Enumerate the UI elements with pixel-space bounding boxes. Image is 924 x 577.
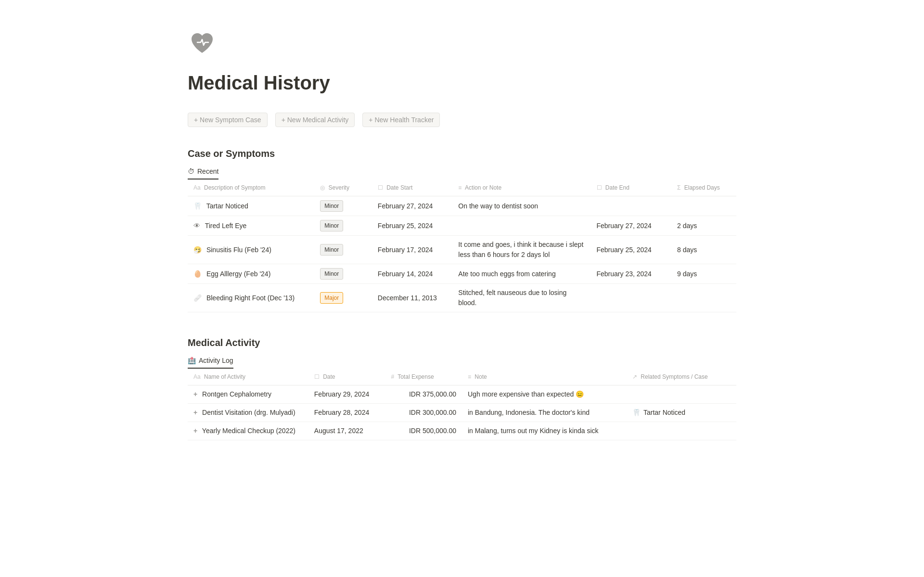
recent-tab-label: Recent xyxy=(197,167,218,177)
col-expense: # Total Expense xyxy=(385,369,462,385)
activity-date: February 28, 2024 xyxy=(308,404,385,422)
symptoms-tab[interactable]: ⏱ Recent xyxy=(188,167,218,180)
col-description: Aa Description of Symptom xyxy=(188,180,314,196)
activity-related: 🦷 Tartar Noticed xyxy=(627,404,736,422)
col-date-icon: ☐ xyxy=(314,373,320,380)
col-name-activity-icon: Aa xyxy=(193,373,201,380)
new-symptom-button[interactable]: + New Symptom Case xyxy=(188,113,268,127)
symptom-row-icon: 🤧 xyxy=(193,245,202,255)
col-date-start: ☐ Date Start xyxy=(372,180,453,196)
activity-expense: IDR 375,000.00 xyxy=(385,385,462,404)
symptom-row[interactable]: 🤧 Sinusitis Flu (Feb '24) Minor February… xyxy=(188,236,736,264)
symptoms-section: Case or Symptoms ⏱ Recent Aa Description… xyxy=(188,146,736,312)
related-case: 🦷 Tartar Noticed xyxy=(632,408,731,418)
activity-row[interactable]: + Dentist Visitation (drg. Mulyadi) Febr… xyxy=(188,404,736,422)
activity-expense: IDR 300,000.00 xyxy=(385,404,462,422)
col-name-activity: Aa Name of Activity xyxy=(188,369,308,385)
symptom-action-note: Ate too much eggs from catering xyxy=(452,264,590,284)
severity-badge: Minor xyxy=(320,268,343,280)
activity-date: February 29, 2024 xyxy=(308,385,385,404)
activity-related xyxy=(627,422,736,440)
symptom-severity: Minor xyxy=(314,216,372,236)
activity-row[interactable]: + Yearly Medical Checkup (2022) August 1… xyxy=(188,422,736,440)
activity-name-text: Dentist Visitation (drg. Mulyadi) xyxy=(202,409,295,416)
page-title: Medical History xyxy=(188,68,736,97)
symptom-description-text: Egg Alllergy (Feb '24) xyxy=(206,270,270,278)
symptom-action-note: It come and goes, i think it because i s… xyxy=(452,236,590,264)
severity-badge: Major xyxy=(320,292,343,304)
col-date-start-icon: ☐ xyxy=(378,184,383,191)
symptom-description: 🤧 Sinusitis Flu (Feb '24) xyxy=(188,236,314,264)
related-case-icon: 🦷 xyxy=(632,408,641,418)
activity-date: August 17, 2022 xyxy=(308,422,385,440)
symptom-row-icon: 🥚 xyxy=(193,269,202,279)
symptom-elapsed-days: 9 days xyxy=(671,264,736,284)
activity-name: + Rontgen Cephalometry xyxy=(188,385,308,404)
col-expense-icon: # xyxy=(391,373,394,380)
activity-name-text: Yearly Medical Checkup (2022) xyxy=(202,427,295,435)
activity-table: Aa Name of Activity ☐ Date # Total Expen… xyxy=(188,369,736,440)
symptom-date-start: February 27, 2024 xyxy=(372,196,453,216)
activity-section-title: Medical Activity xyxy=(188,335,736,350)
symptom-elapsed-days xyxy=(671,284,736,312)
col-action: ≡ Action or Note xyxy=(452,180,590,196)
symptom-row-icon: 👁 xyxy=(193,221,200,231)
action-buttons: + New Symptom Case + New Medical Activit… xyxy=(188,113,736,127)
symptom-description: 🦷 Tartar Noticed xyxy=(188,196,314,216)
symptom-description-text: Tartar Noticed xyxy=(206,202,248,210)
symptom-action-note xyxy=(452,216,590,236)
severity-badge: Minor xyxy=(320,200,343,212)
symptom-date-end xyxy=(591,196,672,216)
symptom-date-start: February 14, 2024 xyxy=(372,264,453,284)
col-date-end: ☐ Date End xyxy=(591,180,672,196)
symptom-row-icon: 🩹 xyxy=(193,293,202,303)
symptom-description: 👁 Tired Left Eye xyxy=(188,216,314,236)
activity-note: in Malang, turns out my Kidney is kinda … xyxy=(462,422,627,440)
symptom-description: 🥚 Egg Alllergy (Feb '24) xyxy=(188,264,314,284)
col-note-icon: ≡ xyxy=(468,373,471,380)
symptom-elapsed-days xyxy=(671,196,736,216)
symptom-description: 🩹 Bleeding Right Foot (Dec '13) xyxy=(188,284,314,312)
col-note: ≡ Note xyxy=(462,369,627,385)
severity-badge: Minor xyxy=(320,220,343,231)
symptom-severity: Minor xyxy=(314,264,372,284)
activity-plus-icon: + xyxy=(193,389,197,399)
symptom-elapsed-days: 8 days xyxy=(671,236,736,264)
symptom-severity: Minor xyxy=(314,236,372,264)
new-medical-button[interactable]: + New Medical Activity xyxy=(275,113,355,127)
symptoms-section-title: Case or Symptoms xyxy=(188,146,736,161)
col-description-icon: Aa xyxy=(193,184,201,191)
logo-icon xyxy=(188,29,736,68)
activity-name: + Yearly Medical Checkup (2022) xyxy=(188,422,308,440)
symptom-action-note: On the way to dentist soon xyxy=(452,196,590,216)
symptom-severity: Minor xyxy=(314,196,372,216)
symptom-description-text: Bleeding Right Foot (Dec '13) xyxy=(206,294,295,302)
symptom-date-end: February 23, 2024 xyxy=(591,264,672,284)
symptom-row[interactable]: 🥚 Egg Alllergy (Feb '24) Minor February … xyxy=(188,264,736,284)
symptom-row[interactable]: 👁 Tired Left Eye Minor February 25, 2024… xyxy=(188,216,736,236)
activity-row[interactable]: + Rontgen Cephalometry February 29, 2024… xyxy=(188,385,736,404)
col-elapsed-icon: Σ xyxy=(677,184,680,191)
col-elapsed: Σ Elapsed Days xyxy=(671,180,736,196)
col-related: ↗ Related Symptoms / Case xyxy=(627,369,736,385)
symptom-severity: Major xyxy=(314,284,372,312)
activity-name: + Dentist Visitation (drg. Mulyadi) xyxy=(188,404,308,422)
symptom-date-start: February 17, 2024 xyxy=(372,236,453,264)
symptom-description-text: Sinusitis Flu (Feb '24) xyxy=(206,246,271,254)
symptom-row-icon: 🦷 xyxy=(193,201,202,211)
severity-badge: Minor xyxy=(320,244,343,256)
symptom-row[interactable]: 🦷 Tartar Noticed Minor February 27, 2024… xyxy=(188,196,736,216)
activity-note: Ugh more expensive than expected 😑 xyxy=(462,385,627,404)
col-severity-icon: ◎ xyxy=(320,184,325,191)
symptom-description-text: Tired Left Eye xyxy=(205,222,247,230)
activity-tab[interactable]: 🏥 Activity Log xyxy=(188,356,233,369)
recent-tab-icon: ⏱ xyxy=(188,167,194,177)
activity-name-text: Rontgen Cephalometry xyxy=(202,390,271,398)
symptom-date-start: December 11, 2013 xyxy=(372,284,453,312)
symptom-row[interactable]: 🩹 Bleeding Right Foot (Dec '13) Major De… xyxy=(188,284,736,312)
col-date-end-icon: ☐ xyxy=(597,184,602,191)
new-tracker-button[interactable]: + New Health Tracker xyxy=(362,113,440,127)
symptom-date-end: February 25, 2024 xyxy=(591,236,672,264)
activity-plus-icon: + xyxy=(193,426,197,436)
activity-related xyxy=(627,385,736,404)
